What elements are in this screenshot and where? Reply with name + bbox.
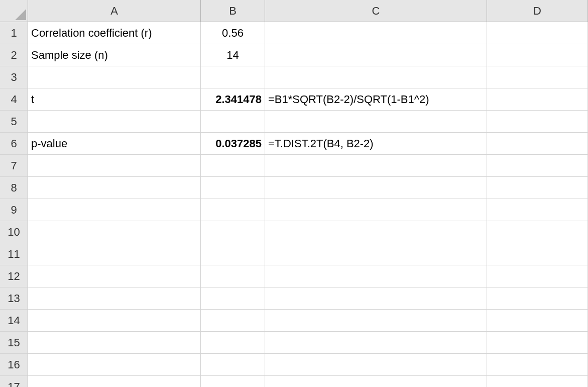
cell-A15[interactable]	[28, 332, 201, 354]
cell-D3[interactable]	[487, 66, 588, 88]
cell-D11[interactable]	[487, 243, 588, 265]
cell-D13[interactable]	[487, 287, 588, 310]
select-all-triangle-icon	[15, 9, 26, 20]
cell-A12[interactable]	[28, 265, 201, 287]
cell-C15[interactable]	[265, 332, 487, 354]
cell-A1[interactable]: Correlation coefficient (r)	[28, 22, 201, 44]
svg-marker-0	[15, 9, 26, 20]
cell-C16[interactable]	[265, 354, 487, 376]
cell-D5[interactable]	[487, 111, 588, 133]
row-header-13[interactable]: 13	[0, 287, 28, 310]
cell-C6[interactable]: =T.DIST.2T(B4, B2-2)	[265, 133, 487, 155]
row-header-3[interactable]: 3	[0, 66, 28, 88]
cell-C13[interactable]	[265, 287, 487, 310]
row-header-4[interactable]: 4	[0, 88, 28, 111]
cell-A5[interactable]	[28, 111, 201, 133]
column-header-B[interactable]: B	[201, 0, 265, 22]
cell-C5[interactable]	[265, 111, 487, 133]
cell-D8[interactable]	[487, 177, 588, 199]
cell-A3[interactable]	[28, 66, 201, 88]
row-header-5[interactable]: 5	[0, 111, 28, 133]
cell-A8[interactable]	[28, 177, 201, 199]
cell-C9[interactable]	[265, 199, 487, 221]
cell-B12[interactable]	[201, 265, 265, 287]
cell-D17[interactable]	[487, 376, 588, 387]
cell-A7[interactable]	[28, 155, 201, 177]
cell-C12[interactable]	[265, 265, 487, 287]
cell-A17[interactable]	[28, 376, 201, 387]
cell-D16[interactable]	[487, 354, 588, 376]
cell-D7[interactable]	[487, 155, 588, 177]
cell-D10[interactable]	[487, 221, 588, 243]
row-header-1[interactable]: 1	[0, 22, 28, 44]
row-header-15[interactable]: 15	[0, 332, 28, 354]
row-header-9[interactable]: 9	[0, 199, 28, 221]
cell-B13[interactable]	[201, 287, 265, 310]
cell-B2[interactable]: 14	[201, 44, 265, 66]
row-header-11[interactable]: 11	[0, 243, 28, 265]
cell-B17[interactable]	[201, 376, 265, 387]
row-header-10[interactable]: 10	[0, 221, 28, 243]
cell-B10[interactable]	[201, 221, 265, 243]
cell-A4[interactable]: t	[28, 88, 201, 111]
cell-A9[interactable]	[28, 199, 201, 221]
column-header-C[interactable]: C	[265, 0, 487, 22]
cell-C4[interactable]: =B1*SQRT(B2-2)/SQRT(1-B1^2)	[265, 88, 487, 111]
select-all-corner[interactable]	[0, 0, 28, 22]
cell-B16[interactable]	[201, 354, 265, 376]
cell-C3[interactable]	[265, 66, 487, 88]
cell-A13[interactable]	[28, 287, 201, 310]
spreadsheet-grid: ABCD1Correlation coefficient (r)0.562Sam…	[0, 0, 588, 387]
cell-A11[interactable]	[28, 243, 201, 265]
cell-D15[interactable]	[487, 332, 588, 354]
cell-A10[interactable]	[28, 221, 201, 243]
cell-B6[interactable]: 0.037285	[201, 133, 265, 155]
cell-B15[interactable]	[201, 332, 265, 354]
row-header-16[interactable]: 16	[0, 354, 28, 376]
cell-B9[interactable]	[201, 199, 265, 221]
cell-B1[interactable]: 0.56	[201, 22, 265, 44]
cell-C1[interactable]	[265, 22, 487, 44]
cell-A14[interactable]	[28, 310, 201, 332]
cell-C17[interactable]	[265, 376, 487, 387]
column-header-D[interactable]: D	[487, 0, 588, 22]
cell-D9[interactable]	[487, 199, 588, 221]
row-header-14[interactable]: 14	[0, 310, 28, 332]
cell-D6[interactable]	[487, 133, 588, 155]
cell-D1[interactable]	[487, 22, 588, 44]
cell-B11[interactable]	[201, 243, 265, 265]
cell-C8[interactable]	[265, 177, 487, 199]
row-header-2[interactable]: 2	[0, 44, 28, 66]
cell-A16[interactable]	[28, 354, 201, 376]
row-header-17[interactable]: 17	[0, 376, 28, 387]
column-header-A[interactable]: A	[28, 0, 201, 22]
cell-D4[interactable]	[487, 88, 588, 111]
cell-D12[interactable]	[487, 265, 588, 287]
row-header-8[interactable]: 8	[0, 177, 28, 199]
cell-B14[interactable]	[201, 310, 265, 332]
cell-A2[interactable]: Sample size (n)	[28, 44, 201, 66]
cell-B7[interactable]	[201, 155, 265, 177]
cell-C10[interactable]	[265, 221, 487, 243]
cell-C11[interactable]	[265, 243, 487, 265]
cell-A6[interactable]: p-value	[28, 133, 201, 155]
cell-B3[interactable]	[201, 66, 265, 88]
cell-B4[interactable]: 2.341478	[201, 88, 265, 111]
row-header-7[interactable]: 7	[0, 155, 28, 177]
cell-C2[interactable]	[265, 44, 487, 66]
cell-D2[interactable]	[487, 44, 588, 66]
cell-B8[interactable]	[201, 177, 265, 199]
cell-D14[interactable]	[487, 310, 588, 332]
cell-B5[interactable]	[201, 111, 265, 133]
cell-C14[interactable]	[265, 310, 487, 332]
row-header-12[interactable]: 12	[0, 265, 28, 287]
cell-C7[interactable]	[265, 155, 487, 177]
row-header-6[interactable]: 6	[0, 133, 28, 155]
